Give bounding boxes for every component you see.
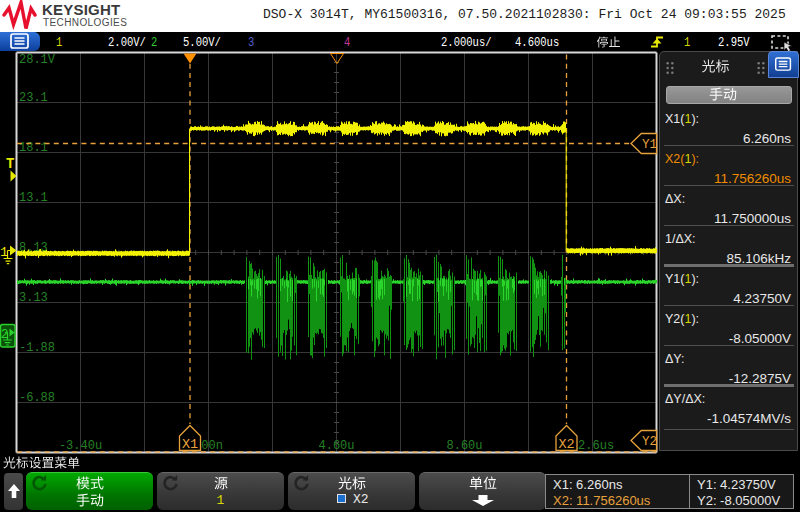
svg-text:13.1: 13.1: [19, 191, 48, 205]
svg-text:X2: X2: [559, 437, 575, 452]
svg-text:-3.40u: -3.40u: [59, 439, 102, 453]
svg-text:1: 1: [0, 245, 8, 260]
svg-text:23.1: 23.1: [19, 91, 48, 105]
svg-text:T: T: [6, 156, 14, 172]
svg-text:8.60u: 8.60u: [446, 439, 482, 453]
svg-text:Y2: Y2: [642, 435, 657, 449]
svg-text:18.1: 18.1: [19, 141, 48, 155]
svg-text:28.1V: 28.1V: [19, 53, 56, 67]
svg-text:Y1: Y1: [642, 138, 657, 152]
svg-text:-1.88: -1.88: [19, 341, 55, 355]
svg-text:-6.88: -6.88: [19, 391, 55, 405]
svg-text:3.13: 3.13: [19, 291, 48, 305]
svg-text:4.60u: 4.60u: [318, 439, 354, 453]
svg-text:X1: X1: [182, 437, 198, 452]
